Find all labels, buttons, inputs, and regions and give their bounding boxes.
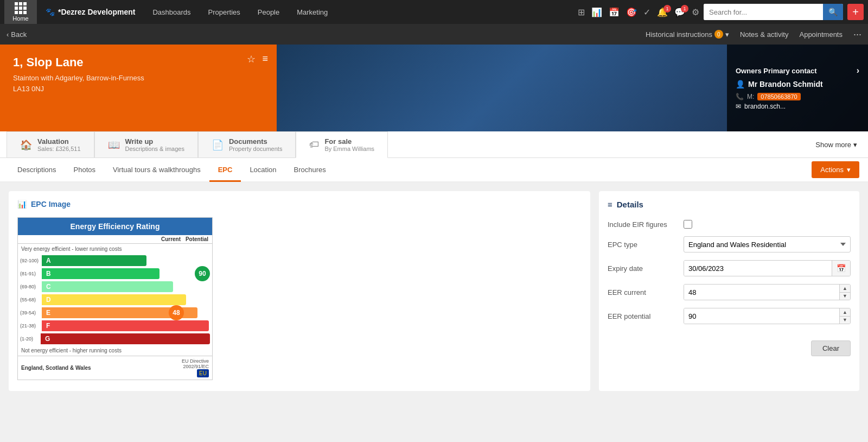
appointments-link[interactable]: Appointments [799, 30, 843, 39]
owner-name: 👤 Mr Brandon Schmidt [736, 80, 859, 89]
back-button[interactable]: ‹ Back [7, 30, 27, 39]
house-icon: 🏠 [20, 139, 32, 151]
nav-people[interactable]: People [249, 0, 288, 24]
search-input[interactable] [704, 4, 823, 20]
notes-activity-link[interactable]: Notes & activity [740, 30, 789, 39]
property-address-line3: LA13 0NJ [13, 84, 264, 94]
nav-right: ⊞ 📊 📅 🎯 ✓ 🔔1 💬1 ⚙ 🔍 + [578, 4, 864, 20]
chevron-down-icon: ▾ [847, 166, 851, 174]
tab-forsale[interactable]: 🏷 For sale By Emma Williams [296, 131, 388, 158]
epc-band-row: (69-80)C [18, 280, 212, 293]
include-eir-row: Include EIR figures [608, 220, 851, 229]
tab-epc[interactable]: EPC [209, 159, 241, 182]
main-content: 📊 EPC Image Energy Efficiency Rating Cur… [0, 182, 868, 400]
historical-badge: 0 [714, 30, 723, 39]
epc-type-label: EPC type [608, 241, 684, 249]
grid-icon [15, 2, 27, 14]
epc-bottom-note: Not energy efficient - higher running co… [18, 345, 212, 356]
book-icon: 📖 [108, 139, 120, 151]
alert-icon[interactable]: 🔔1 [657, 7, 668, 17]
message-icon[interactable]: 💬1 [674, 7, 685, 17]
details-panel: ≡ Details Include EIR figures EPC type E… [599, 191, 859, 391]
eer-current-input[interactable] [684, 285, 839, 300]
property-tabs: 🏠 Valuation Sales: £326,511 📖 Write up D… [0, 131, 868, 158]
add-button[interactable]: + [847, 4, 864, 20]
property-address-line1: 1, Slop Lane [13, 55, 264, 70]
eer-potential-decrement[interactable]: ▼ [840, 317, 850, 324]
tab-documents-sub: Property documents [229, 146, 282, 152]
more-options-button[interactable]: ··· [853, 29, 861, 40]
brand-icon: 🐾 [46, 8, 55, 16]
eer-potential-row: EER potential ▲ ▼ [608, 308, 851, 324]
tab-photos[interactable]: Photos [65, 159, 104, 182]
tab-virtual-tours[interactable]: Virtual tours & walkthroughs [104, 159, 209, 182]
owner-card-chevron-icon[interactable]: › [857, 66, 859, 75]
tab-location[interactable]: Location [241, 159, 285, 182]
home-label: Home [12, 15, 28, 22]
hero-actions: ☆ ≡ [247, 53, 268, 65]
tab-valuation[interactable]: 🏠 Valuation Sales: £326,511 [7, 131, 94, 157]
home-button[interactable]: Home [4, 0, 37, 24]
expiry-date-label: Expiry date [608, 264, 684, 273]
eer-potential-increment[interactable]: ▲ [840, 308, 850, 317]
clear-button[interactable]: Clear [811, 340, 851, 356]
eu-flag-icon: EU [197, 369, 209, 377]
epc-band-row: (81-91)B90 [18, 267, 212, 280]
tab-documents-label: Documents [229, 137, 282, 146]
eer-current-decrement[interactable]: ▼ [840, 293, 850, 300]
tab-writeup-sub: Descriptions & images [125, 146, 184, 152]
document-icon: 📄 [212, 139, 224, 151]
nav-properties[interactable]: Properties [200, 0, 249, 24]
eer-current-increment[interactable]: ▲ [840, 285, 850, 293]
sub-navigation: ‹ Back Historical instructions 0 ▾ Notes… [0, 24, 868, 45]
tab-writeup-label: Write up [125, 137, 184, 146]
owner-contacts: 📞 M: 07850663870 ✉ brandon.sch... [736, 93, 859, 110]
potential-col-header: Potential [184, 236, 210, 242]
tab-descriptions[interactable]: Descriptions [9, 159, 65, 182]
property-address-line2: Stainton with Adgarley, Barrow-in-Furnes… [13, 73, 264, 84]
search-button[interactable]: 🔍 [823, 4, 843, 20]
email-icon: ✉ [736, 103, 741, 110]
owner-email[interactable]: brandon.sch... [744, 103, 786, 110]
chevron-down-icon: ▾ [725, 30, 729, 39]
calendar-icon[interactable]: 📅 [609, 7, 620, 17]
sub-nav-right: Historical instructions 0 ▾ Notes & acti… [646, 29, 861, 40]
show-more-button[interactable]: Show more ▾ [815, 141, 861, 149]
epc-column-headers: Current Potential [18, 235, 212, 244]
tab-forsale-sub: By Emma Williams [324, 146, 374, 152]
target-icon[interactable]: 🎯 [626, 7, 637, 17]
tab-valuation-sub: Sales: £326,511 [37, 146, 81, 152]
eer-current-row: EER current ▲ ▼ [608, 284, 851, 300]
tab-writeup[interactable]: 📖 Write up Descriptions & images [94, 131, 198, 157]
expiry-date-input[interactable] [684, 261, 832, 276]
property-icon[interactable]: ⊞ [578, 7, 585, 17]
calendar-button[interactable]: 📅 [832, 261, 850, 276]
property-header: 1, Slop Lane Stainton with Adgarley, Bar… [0, 45, 277, 131]
nav-items: Dashboards Properties People Marketing [144, 0, 578, 24]
epc-footer: England, Scotland & Wales EU Directive 2… [18, 356, 212, 380]
eer-potential-input[interactable] [684, 308, 839, 324]
chart-icon[interactable]: 📊 [591, 7, 602, 17]
eer-potential-spinner: ▲ ▼ [839, 308, 850, 324]
checkmark-icon[interactable]: ✓ [643, 7, 650, 17]
owner-section-title: Owners Primary contact › [736, 66, 859, 75]
menu-icon[interactable]: ≡ [262, 53, 268, 65]
settings-icon[interactable]: ⚙ [692, 7, 699, 17]
nav-marketing[interactable]: Marketing [288, 0, 336, 24]
nav-dashboards[interactable]: Dashboards [144, 0, 199, 24]
include-eir-checkbox[interactable] [684, 220, 692, 229]
epc-band-row: (1-20)G [18, 332, 212, 345]
hero-section: 1, Slop Lane Stainton with Adgarley, Bar… [0, 45, 868, 131]
eer-current-spinner: ▲ ▼ [839, 285, 850, 300]
historical-instructions-link[interactable]: Historical instructions 0 ▾ [646, 30, 729, 39]
search-bar: 🔍 [704, 4, 843, 20]
epc-panel: 📊 EPC Image Energy Efficiency Rating Cur… [9, 191, 590, 391]
tab-documents[interactable]: 📄 Documents Property documents [198, 131, 296, 157]
epc-top-note: Very energy efficient - lower running co… [18, 244, 212, 254]
epc-potential-marker: 90 [195, 266, 210, 281]
actions-button[interactable]: Actions ▾ [812, 161, 859, 178]
star-icon[interactable]: ☆ [247, 53, 256, 65]
epc-type-select[interactable]: England and Wales ResidentialScotland Re… [684, 236, 851, 252]
owner-phone[interactable]: 07850663870 [757, 93, 800, 100]
tab-brochures[interactable]: Brochures [285, 159, 335, 182]
